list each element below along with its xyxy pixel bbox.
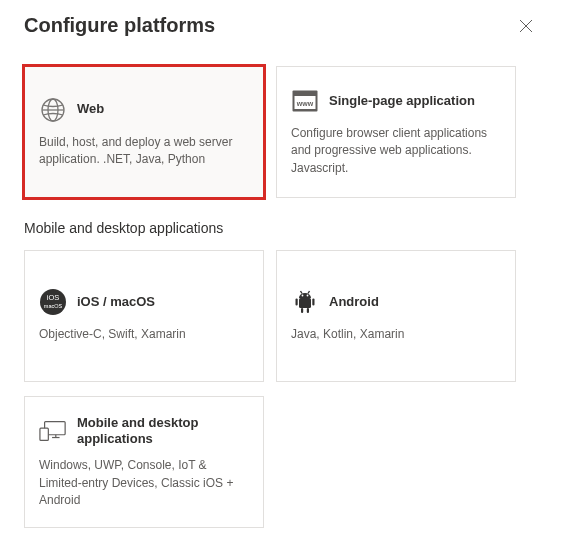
card-desc: Configure browser client applications an… [291,125,501,177]
svg-text:macOS: macOS [44,303,63,309]
card-title: Single-page application [329,93,475,109]
svg-line-14 [301,291,303,294]
svg-point-16 [302,295,304,297]
platform-card-android[interactable]: Android Java, Kotlin, Xamarin [276,250,516,382]
ios-macos-icon: iOS macOS [39,288,67,316]
svg-text:www: www [296,99,314,106]
platform-row-web: Web Build, host, and deploy a web server… [24,66,553,198]
svg-rect-9 [299,298,311,308]
platform-card-web[interactable]: Web Build, host, and deploy a web server… [24,66,264,198]
platform-card-mobile-desktop[interactable]: Mobile and desktop applications Windows,… [24,396,264,528]
card-head: iOS macOS iOS / macOS [39,288,249,316]
svg-rect-13 [307,308,309,313]
card-title: Android [329,294,379,310]
card-head: Mobile and desktop applications [39,415,249,448]
devices-icon [39,417,67,445]
globe-icon [39,96,67,124]
android-icon [291,288,319,316]
svg-rect-21 [40,428,48,440]
platform-card-spa[interactable]: www Single-page application Configure br… [276,66,516,198]
card-head: www Single-page application [291,87,501,115]
card-head: Web [39,96,249,124]
svg-rect-12 [301,308,303,313]
card-desc: Windows, UWP, Console, IoT & Limited-ent… [39,457,249,509]
platform-card-ios-macos[interactable]: iOS macOS iOS / macOS Objective-C, Swift… [24,250,264,382]
svg-rect-10 [296,299,298,306]
card-desc: Java, Kotlin, Xamarin [291,326,501,343]
svg-text:iOS: iOS [47,293,60,302]
svg-line-15 [308,291,310,294]
platform-row-mobile-2: Mobile and desktop applications Windows,… [24,396,553,528]
spa-www-icon: www [291,87,319,115]
card-title: Web [77,101,104,117]
card-desc: Objective-C, Swift, Xamarin [39,326,249,343]
scroll-region[interactable]: Web Build, host, and deploy a web server… [0,52,561,541]
svg-rect-11 [312,299,314,306]
svg-point-17 [307,295,309,297]
close-icon [519,21,533,36]
card-head: Android [291,288,501,316]
card-title: Mobile and desktop applications [77,415,249,448]
close-button[interactable] [515,15,537,37]
card-title: iOS / macOS [77,294,155,310]
card-desc: Build, host, and deploy a web server app… [39,134,249,169]
platform-row-mobile-1: iOS macOS iOS / macOS Objective-C, Swift… [24,250,553,382]
section-title-mobile: Mobile and desktop applications [24,220,553,236]
page-title: Configure platforms [24,14,215,37]
panel-header: Configure platforms [0,0,561,47]
